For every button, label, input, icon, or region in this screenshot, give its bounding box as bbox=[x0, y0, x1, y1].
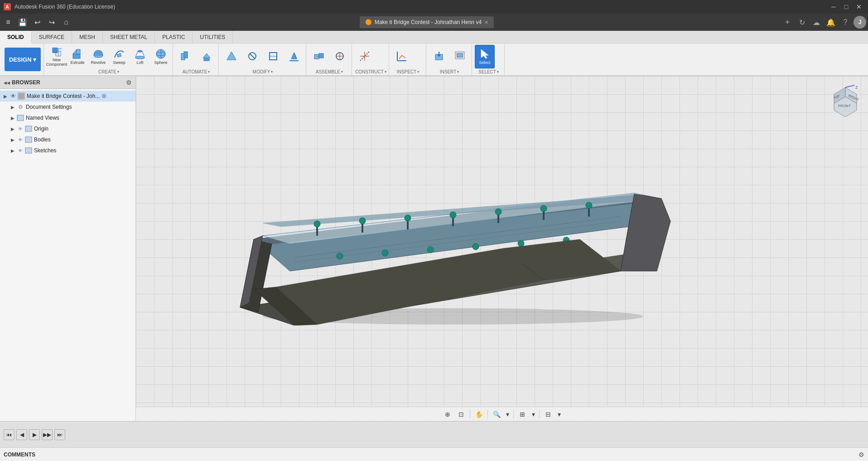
insert-tool2[interactable] bbox=[450, 45, 470, 68]
sphere-button[interactable]: Sphere bbox=[151, 45, 171, 68]
refresh-button[interactable]: ↻ bbox=[796, 16, 808, 29]
visibility-bodies[interactable]: 👁 bbox=[16, 136, 24, 144]
new-component-button[interactable]: New Component bbox=[47, 45, 67, 68]
expand-root[interactable]: ▶ bbox=[2, 94, 9, 99]
tree-item-root[interactable]: ▶ 👁 Make it Bridge Contest - Joh... ⚙ bbox=[0, 91, 135, 102]
inspect-tool1[interactable] bbox=[392, 45, 412, 68]
browser-back-icon[interactable]: ◂◂ bbox=[4, 79, 10, 86]
modify-tool4[interactable] bbox=[284, 45, 304, 68]
ribbon-group-automate: AUTOMATE ▾ bbox=[174, 44, 219, 75]
assemble-tool2[interactable] bbox=[330, 45, 350, 68]
timeline-skip-forward[interactable]: ⏭ bbox=[54, 429, 65, 440]
tree-item-named-views[interactable]: ▶ Named Views bbox=[0, 112, 135, 123]
named-views-label: Named Views bbox=[26, 115, 59, 121]
design-button[interactable]: DESIGN ▾ bbox=[5, 48, 41, 71]
modify-tool3[interactable] bbox=[263, 45, 283, 68]
svg-text:Z: Z bbox=[855, 85, 858, 90]
revolve-button[interactable]: Revolve bbox=[88, 45, 108, 68]
tab-close-button[interactable]: ✕ bbox=[484, 19, 488, 25]
visibility-sketches[interactable]: 👁 bbox=[16, 146, 24, 155]
visibility-root[interactable]: 👁 bbox=[9, 92, 17, 100]
view-cube[interactable]: FRONT TOP RIGHT Z bbox=[827, 81, 863, 117]
svg-point-70 bbox=[359, 218, 366, 224]
timeline-skip-back[interactable]: ⏮ bbox=[4, 429, 14, 440]
save-icon[interactable]: 💾 bbox=[16, 16, 29, 29]
tab-surface[interactable]: SURFACE bbox=[32, 31, 72, 44]
view-box-button[interactable]: ⊡ bbox=[455, 409, 467, 420]
construct-tool1[interactable] bbox=[355, 45, 375, 68]
expand-bodies[interactable]: ▶ bbox=[9, 137, 16, 142]
svg-line-96 bbox=[845, 85, 854, 87]
minimize-button[interactable]: ─ bbox=[828, 2, 839, 11]
select-button[interactable]: Select bbox=[475, 45, 495, 68]
ribbon-group-create: New Component Extrude Revolve Sweep bbox=[45, 44, 173, 75]
automate-tool1[interactable] bbox=[176, 45, 196, 68]
browser-header: ◂◂ BROWSER ⚙ bbox=[0, 76, 135, 89]
viewport[interactable]: FRONT TOP RIGHT Z ⊕ ⊡ ✋ 🔍 ▾ ⊞ ▾ ⊟ ▾ bbox=[136, 76, 868, 421]
settings-label: Document Settings bbox=[26, 104, 72, 110]
tree-item-origin[interactable]: ▶ 👁 Origin bbox=[0, 123, 135, 134]
visibility-origin[interactable]: 👁 bbox=[16, 125, 24, 133]
help-icon[interactable]: ? bbox=[839, 16, 852, 29]
svg-rect-45 bbox=[19, 94, 24, 98]
redo-icon[interactable]: ↪ bbox=[45, 16, 58, 29]
zoom-button[interactable]: 🔍 bbox=[491, 409, 502, 420]
orbit-snap-button[interactable]: ⊕ bbox=[442, 409, 453, 420]
assemble-tool1[interactable] bbox=[309, 45, 329, 68]
extrude-button[interactable]: Extrude bbox=[68, 45, 87, 68]
svg-point-9 bbox=[135, 56, 145, 59]
svg-line-21 bbox=[250, 53, 255, 59]
tab-utilities[interactable]: UTILITIES bbox=[193, 31, 233, 44]
app-menu-button[interactable]: ≡ bbox=[2, 16, 14, 29]
display-mode-dropdown[interactable]: ▾ bbox=[530, 409, 536, 420]
expand-sketches[interactable]: ▶ bbox=[9, 148, 16, 153]
modify-tool1[interactable] bbox=[222, 45, 241, 68]
undo-icon[interactable]: ↩ bbox=[31, 16, 43, 29]
notification-icon[interactable]: 🔔 bbox=[825, 16, 837, 29]
home-icon[interactable]: ⌂ bbox=[60, 16, 72, 29]
new-tab-button[interactable]: + bbox=[781, 16, 794, 29]
zoom-dropdown[interactable]: ▾ bbox=[504, 409, 511, 420]
icon-root bbox=[17, 92, 25, 100]
ribbon-group-insert: INSERT ▾ bbox=[427, 44, 472, 75]
grid-dropdown[interactable]: ▾ bbox=[556, 409, 562, 420]
close-button[interactable]: ✕ bbox=[854, 2, 864, 11]
timeline-step-back[interactable]: ◀ bbox=[16, 429, 27, 440]
root-settings-icon[interactable]: ⚙ bbox=[101, 93, 106, 99]
svg-point-79 bbox=[473, 243, 479, 250]
tab-solid[interactable]: SOLID bbox=[0, 31, 32, 44]
tree-item-sketches[interactable]: ▶ 👁 Sketches bbox=[0, 145, 135, 156]
browser-settings-icon[interactable]: ⚙ bbox=[126, 79, 132, 86]
tab-mesh[interactable]: MESH bbox=[72, 31, 103, 44]
insert-tool1[interactable] bbox=[429, 45, 449, 68]
svg-point-73 bbox=[495, 209, 502, 215]
modify-tool2[interactable] bbox=[242, 45, 262, 68]
maximize-button[interactable]: □ bbox=[841, 2, 852, 11]
tree-item-settings[interactable]: ▶ ⚙ Document Settings bbox=[0, 102, 135, 112]
icon-sketches bbox=[24, 146, 33, 155]
sweep-button[interactable]: Sweep bbox=[109, 45, 129, 68]
document-tab[interactable]: 🟠 Make it Bridge Contest - Johnathan Hen… bbox=[360, 16, 494, 28]
display-mode-button[interactable]: ⊞ bbox=[516, 409, 528, 420]
automate-group-label: AUTOMATE ▾ bbox=[176, 69, 217, 75]
tab-plastic[interactable]: PLASTIC bbox=[155, 31, 193, 44]
automate-tool2[interactable] bbox=[197, 45, 217, 68]
tab-icon: 🟠 bbox=[365, 19, 372, 25]
grid-button[interactable]: ⊟ bbox=[542, 409, 554, 420]
timeline-step-forward[interactable]: ▶▶ bbox=[42, 429, 53, 440]
comments-expand-icon[interactable]: ⚙ bbox=[858, 451, 864, 458]
avatar[interactable]: J bbox=[854, 16, 866, 29]
expand-named-views[interactable]: ▶ bbox=[9, 116, 16, 121]
loft-button[interactable]: Loft bbox=[130, 45, 150, 68]
ribbon-group-assemble: ASSEMBLE ▾ bbox=[307, 44, 352, 75]
icon-settings: ⚙ bbox=[16, 103, 24, 111]
pan-button[interactable]: ✋ bbox=[473, 409, 485, 420]
expand-settings[interactable]: ▶ bbox=[9, 105, 16, 110]
tree-item-bodies[interactable]: ▶ 👁 Bodies bbox=[0, 134, 135, 145]
expand-origin[interactable]: ▶ bbox=[9, 126, 16, 131]
svg-point-78 bbox=[427, 247, 434, 253]
cloud-sync-icon[interactable]: ☁ bbox=[810, 16, 823, 29]
timeline-play[interactable]: ▶ bbox=[29, 429, 40, 440]
svg-rect-47 bbox=[25, 126, 32, 131]
tab-sheet-metal[interactable]: SHEET METAL bbox=[103, 31, 155, 44]
